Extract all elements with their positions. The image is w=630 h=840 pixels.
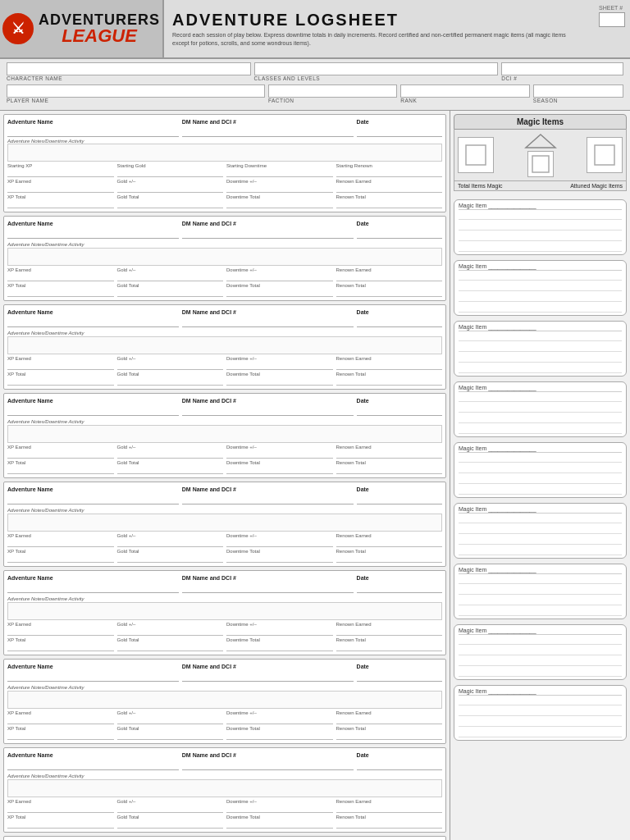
magic-item-1-line4[interactable] (459, 244, 622, 252)
magic-item-3: Magic Item _______________ (454, 321, 627, 377)
adv1-date-field: Date (357, 118, 442, 137)
adv1-start-xp: Starting XP (7, 163, 114, 177)
logo-icon: ⚔ (2, 13, 34, 44)
magic-item-8: Magic Item _______________ (454, 624, 627, 680)
magic-item-4: Magic Item _______________ (454, 381, 627, 437)
adv3-date-input[interactable] (357, 316, 442, 327)
adv2-renown-total: Renown Total (336, 283, 443, 297)
adv2-name-field: Adventure Name (7, 220, 179, 239)
svg-rect-3 (595, 145, 614, 165)
sheet-label: SHEET # (599, 5, 625, 11)
page: ⚔ ADVENTURERS LEAGUE Adventure Logsheet … (0, 0, 630, 840)
adv3-notes-label: Adventure Notes/Downtime Activity (7, 331, 84, 336)
magic-item-7: Magic Item _______________ (454, 564, 627, 619)
magic-item-1-line1[interactable] (459, 212, 622, 220)
adv1-name-input[interactable] (7, 126, 179, 137)
classes-input[interactable] (254, 62, 499, 75)
magic-item-6: Magic Item _______________ (454, 503, 627, 559)
adv1-date-label: Date (357, 119, 369, 125)
adv3-dm-input[interactable] (182, 316, 354, 327)
adv1-xp-earned: XP Earned (7, 179, 114, 193)
magic-item-7-label: Magic Item _______________ (459, 567, 622, 574)
header: ⚔ ADVENTURERS LEAGUE Adventure Logsheet … (0, 0, 630, 59)
adventure-entry-7: Adventure Name DM Name and DCI # Date Ad… (3, 659, 446, 744)
magic-item-9: Magic Item _______________ (454, 685, 627, 741)
adv1-gold-pm: Gold +/– (117, 179, 224, 193)
adv2-xp-earned: XP Earned (7, 267, 114, 281)
logo-line2: LEAGUE (39, 27, 160, 45)
adv1-name-field: Adventure Name (7, 118, 179, 137)
magic-item-5-label: Magic Item _______________ (459, 445, 622, 453)
faction-field: FACTION (268, 84, 397, 104)
svg-rect-0 (466, 145, 486, 165)
adventure-entry-4: Adventure Name DM Name and DCI # Date Ad… (3, 393, 446, 478)
magic-item-8-label: Magic Item _______________ (459, 628, 622, 635)
adv1-start-gold: Starting Gold (117, 163, 224, 177)
adventure-entry-3: Adventure Name DM Name and DCI # Date Ad… (3, 304, 446, 390)
adv2-gold-total: Gold Total (117, 283, 224, 297)
magic-labels: Total Items Magic Attuned Magic Items (454, 181, 627, 191)
magic-icons-area (454, 130, 627, 181)
player-input[interactable] (7, 84, 265, 98)
adv3-name-input[interactable] (7, 316, 179, 327)
classes-label: CLASSES AND LEVELS (254, 75, 499, 81)
faction-input[interactable] (268, 84, 397, 98)
adv2-renown-earned: Renown Earned (336, 267, 443, 281)
adv1-renown-earned: Renown Earned (336, 179, 443, 193)
attuned-icon (527, 151, 554, 177)
magic-item-1-line3[interactable] (459, 233, 622, 241)
magic-items-section: Magic Items (454, 114, 627, 194)
adventure-entry-8: Adventure Name DM Name and DCI # Date Ad… (3, 747, 446, 833)
adv3-date-field: Date (357, 308, 442, 327)
sheet-number-area: SHEET # (581, 0, 630, 57)
adv2-date-field: Date (357, 220, 442, 239)
magic-items-title: Magic Items (454, 114, 627, 130)
magic-item-5: Magic Item _______________ (454, 442, 627, 498)
char-name-field: CHARACTER NAME (7, 62, 251, 82)
adventure-entry-6: Adventure Name DM Name and DCI # Date Ad… (3, 570, 446, 655)
magic-item-2: Magic Item _______________ (454, 260, 627, 316)
player-field: PLAYER NAME (7, 84, 265, 104)
adv2-dm-field: DM Name and DCI # (182, 220, 354, 239)
dci-label: DCI # (501, 75, 623, 81)
season-input[interactable] (533, 84, 623, 98)
adv1-xp-total: XP Total (7, 194, 114, 208)
items-magic-icon (587, 137, 623, 173)
char-name-input[interactable] (7, 62, 251, 75)
adv1-notes-box[interactable] (7, 144, 442, 162)
dci-input[interactable] (501, 62, 623, 75)
adv3-notes-box[interactable] (7, 336, 442, 354)
magic-item-1-label: Magic Item _______________ (459, 203, 622, 210)
faction-label: FACTION (268, 98, 397, 103)
right-panel: Magic Items (450, 111, 630, 840)
adv2-name-input[interactable] (7, 227, 179, 239)
magic-item-6-label: Magic Item _______________ (459, 506, 622, 514)
svg-marker-1 (526, 135, 555, 148)
adv1-dm-label: DM Name and DCI # (182, 119, 236, 125)
page-title: Adventure Logsheet (172, 11, 573, 30)
title-area: Adventure Logsheet Record each session o… (164, 0, 581, 57)
total-items-label: Total Items Magic (458, 183, 502, 189)
sheet-number-box[interactable] (599, 12, 625, 27)
adv2-notes-box[interactable] (7, 248, 442, 266)
adv1-dm-input[interactable] (182, 126, 354, 137)
adv2-date-input[interactable] (357, 227, 442, 239)
svg-rect-2 (532, 156, 549, 172)
magic-item-1-line2[interactable] (459, 222, 622, 231)
adv1-renown-total: Renown Total (336, 194, 443, 208)
adv1-date-input[interactable] (357, 126, 442, 137)
rank-input[interactable] (400, 84, 529, 98)
adventure-entry-1: Adventure Name DM Name and DCI # Date Ad… (3, 114, 446, 212)
classes-field: CLASSES AND LEVELS (254, 62, 499, 82)
rank-field: RANK (400, 84, 529, 104)
adv2-dt-total: Downtime Total (226, 283, 333, 297)
magic-item-9-label: Magic Item _______________ (459, 688, 622, 696)
magic-item-3-label: Magic Item _______________ (459, 324, 622, 331)
rank-label: RANK (400, 98, 529, 103)
adv1-name-label: Adventure Name (7, 119, 53, 125)
left-panel: Adventure Name DM Name and DCI # Date Ad… (0, 111, 450, 840)
page-subtitle: Record each session of play below. Expre… (172, 31, 573, 48)
adv2-dm-input[interactable] (182, 227, 354, 239)
adventure-entry-9: Adventure Name DM Name and DCI # Date Ad… (3, 836, 446, 840)
arrow-icon (524, 133, 557, 149)
